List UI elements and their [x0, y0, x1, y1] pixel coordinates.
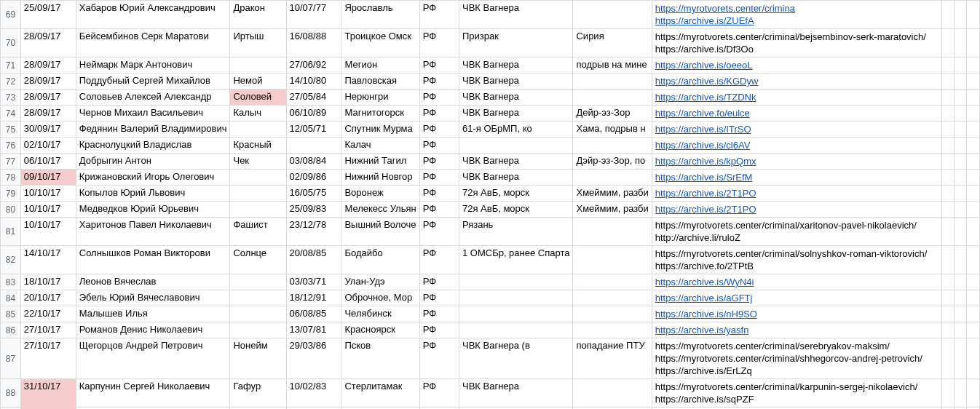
link[interactable]: https://archive.fo/eulce — [655, 108, 750, 119]
empty-cell[interactable] — [955, 57, 967, 74]
empty-cell[interactable] — [967, 202, 980, 218]
empty-cell[interactable] — [967, 379, 980, 408]
country-cell[interactable]: РФ — [419, 29, 459, 57]
name-cell[interactable]: Краснолуцкий Владислав — [76, 138, 230, 154]
dob-cell[interactable]: 29/03/86 — [286, 338, 341, 379]
row-number[interactable]: 69 — [1, 1, 21, 29]
unit-cell[interactable]: ЧВК Вагнера — [459, 106, 573, 122]
dob-cell[interactable]: 20/08/85 — [286, 246, 341, 274]
links-cell[interactable]: https://archive.fo/eulce — [652, 106, 941, 122]
callsign-cell[interactable] — [230, 57, 286, 74]
table-row[interactable]: 8420/10/17Эбель Юрий Вячеславович18/12/9… — [1, 290, 980, 306]
links-cell[interactable]: https://archive.is/kpQmx — [652, 154, 941, 170]
dob-cell[interactable]: 16/05/75 — [286, 186, 341, 202]
callsign-cell[interactable] — [230, 122, 286, 138]
link[interactable]: https://archive.is/aGFTj — [655, 293, 753, 303]
empty-cell[interactable] — [955, 379, 967, 408]
table-row[interactable]: 8627/10/17Романов Денис Николаевич13/07/… — [1, 322, 980, 338]
empty-cell[interactable] — [967, 1, 980, 29]
date-cell[interactable]: 28/09/17 — [20, 90, 76, 106]
detail-cell[interactable] — [573, 379, 652, 408]
link[interactable]: https://archive.is/yasfn — [655, 325, 749, 335]
place-cell[interactable]: Ярославль — [341, 1, 419, 29]
empty-cell[interactable] — [967, 274, 980, 290]
name-cell[interactable]: Чернов Михаил Васильевич — [76, 106, 230, 122]
empty-cell[interactable] — [955, 246, 967, 274]
date-cell[interactable]: 10/10/17 — [20, 202, 76, 218]
dob-cell[interactable]: 10/02/83 — [286, 379, 341, 408]
links-cell[interactable]: https://archive.is/TZDNk — [652, 90, 941, 106]
date-cell[interactable]: 10/10/17 — [20, 218, 76, 246]
empty-cell[interactable] — [941, 274, 954, 290]
empty-cell[interactable] — [941, 186, 954, 202]
empty-cell[interactable] — [967, 186, 980, 202]
row-number[interactable]: 74 — [1, 106, 21, 122]
empty-cell[interactable] — [941, 57, 954, 74]
row-number[interactable]: 70 — [1, 29, 21, 57]
place-cell[interactable]: Оброчное, Мор — [341, 290, 419, 306]
detail-cell[interactable] — [573, 290, 652, 306]
detail-cell[interactable]: Хмеймим, разби — [573, 202, 652, 218]
name-cell[interactable]: Копылов Юрий Львович — [76, 186, 230, 202]
empty-cell[interactable] — [955, 186, 967, 202]
callsign-cell[interactable] — [230, 290, 286, 306]
unit-cell[interactable]: ЧВК Вагнера — [459, 74, 573, 90]
row-number[interactable]: 88 — [1, 379, 21, 408]
empty-cell[interactable] — [967, 322, 980, 338]
callsign-cell[interactable]: Немой — [230, 74, 286, 90]
empty-cell[interactable] — [941, 138, 954, 154]
callsign-cell[interactable]: Красный — [230, 138, 286, 154]
dob-cell[interactable]: 02/09/86 — [286, 170, 341, 186]
unit-cell[interactable] — [459, 322, 573, 338]
links-cell[interactable]: https://archive.is/2T1PO — [652, 202, 941, 218]
callsign-cell[interactable]: Иртыш — [230, 29, 286, 57]
dob-cell[interactable]: 25/09/83 — [286, 202, 341, 218]
table-row[interactable]: 7328/09/17Соловьев Алексей АлександрСоло… — [1, 90, 980, 106]
callsign-cell[interactable]: Дракон — [230, 1, 286, 29]
place-cell[interactable]: Нижний Новгор — [341, 170, 419, 186]
table-row[interactable]: 8831/10/17Карпунин Сергей НиколаевичГафу… — [1, 379, 980, 408]
date-cell[interactable]: 27/10/17 — [20, 322, 76, 338]
empty-cell[interactable] — [967, 122, 980, 138]
unit-cell[interactable] — [459, 138, 573, 154]
name-cell[interactable]: Солнышков Роман Викторови — [76, 246, 230, 274]
dob-cell[interactable]: 14/10/80 — [286, 74, 341, 90]
empty-cell[interactable] — [967, 74, 980, 90]
date-cell[interactable]: 10/10/17 — [20, 186, 76, 202]
empty-cell[interactable] — [955, 306, 967, 322]
unit-cell[interactable] — [459, 274, 573, 290]
empty-cell[interactable] — [941, 306, 954, 322]
place-cell[interactable]: Мелекесс Ульян — [341, 202, 419, 218]
empty-cell[interactable] — [941, 246, 954, 274]
empty-cell[interactable] — [941, 122, 954, 138]
date-cell[interactable]: 28/09/17 — [20, 106, 76, 122]
links-cell[interactable]: https://archive.is/nH9SO — [652, 306, 941, 322]
link[interactable]: https://archive.is/2T1PO — [655, 204, 756, 215]
table-row[interactable]: 8010/10/17Медведков Юрий Юрьевич25/09/83… — [1, 202, 980, 218]
unit-cell[interactable]: Рязань — [459, 218, 573, 246]
empty-cell[interactable] — [941, 218, 954, 246]
detail-cell[interactable]: попадание ПТУ — [573, 338, 652, 379]
table-row[interactable]: 7706/10/17Добрыгин АнтонЧек03/08/84Нижни… — [1, 154, 980, 170]
country-cell[interactable]: РФ — [419, 90, 459, 106]
table-row[interactable]: 7602/10/17Краснолуцкий ВладиславКрасныйК… — [1, 138, 980, 154]
callsign-cell[interactable]: Гафур — [230, 379, 286, 408]
detail-cell[interactable] — [573, 74, 652, 90]
name-cell[interactable]: Поддубный Сергей Михайлов — [76, 74, 230, 90]
detail-cell[interactable] — [573, 170, 652, 186]
link[interactable]: https://archive.is/SrEfM — [655, 172, 753, 183]
place-cell[interactable]: Челябинск — [341, 306, 419, 322]
country-cell[interactable]: РФ — [419, 306, 459, 322]
empty-cell[interactable] — [967, 106, 980, 122]
detail-cell[interactable] — [573, 138, 652, 154]
callsign-cell[interactable] — [230, 202, 286, 218]
date-cell[interactable]: 25/09/17 — [20, 1, 76, 29]
link[interactable]: https://archive.is/oeeoL — [655, 60, 753, 71]
name-cell[interactable]: Крижановский Игорь Олегович — [76, 170, 230, 186]
country-cell[interactable]: РФ — [419, 322, 459, 338]
unit-cell[interactable]: 1 ОМСБр, ранее Спарта — [459, 246, 573, 274]
table-row[interactable]: 7428/09/17Чернов Михаил ВасильевичКалыч0… — [1, 106, 980, 122]
date-cell[interactable]: 09/10/17 — [20, 170, 76, 186]
country-cell[interactable]: РФ — [419, 1, 459, 29]
empty-cell[interactable] — [955, 138, 967, 154]
